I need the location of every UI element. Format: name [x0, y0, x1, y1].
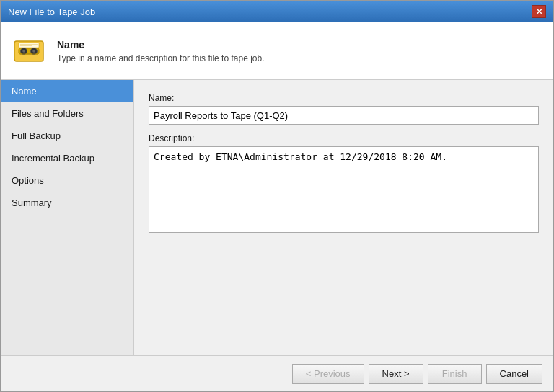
footer: < Previous Next > Finish Cancel	[1, 355, 553, 391]
sidebar-item-options[interactable]: Options	[1, 169, 133, 192]
svg-rect-7	[19, 43, 39, 48]
sidebar-item-name[interactable]: Name	[1, 80, 133, 102]
name-group: Name:	[149, 93, 539, 125]
tape-icon	[12, 34, 46, 68]
cancel-button[interactable]: Cancel	[486, 364, 542, 384]
previous-button[interactable]: < Previous	[292, 364, 364, 384]
main-window: New File to Tape Job ✕ Name Type in a na…	[0, 0, 554, 392]
header-title: Name	[57, 39, 265, 50]
header-text: Name Type in a name and description for …	[57, 39, 265, 63]
header-description: Type in a name and description for this …	[57, 53, 265, 63]
sidebar-item-incremental-backup[interactable]: Incremental Backup	[1, 147, 133, 169]
main-content: Name Files and Folders Full Backup Incre…	[1, 80, 553, 355]
next-button[interactable]: Next >	[369, 364, 423, 384]
svg-point-5	[32, 50, 35, 53]
name-input[interactable]	[149, 106, 539, 125]
description-group: Description:	[149, 133, 539, 233]
form-area: Name: Description:	[134, 80, 553, 355]
finish-button[interactable]: Finish	[428, 364, 482, 384]
svg-point-3	[22, 50, 25, 53]
sidebar-item-files-and-folders[interactable]: Files and Folders	[1, 102, 133, 125]
sidebar-item-summary[interactable]: Summary	[1, 192, 133, 214]
window-title: New File to Tape Job	[8, 6, 95, 17]
header-section: Name Type in a name and description for …	[1, 22, 553, 80]
close-button[interactable]: ✕	[532, 5, 546, 18]
title-bar: New File to Tape Job ✕	[1, 1, 553, 22]
sidebar-item-full-backup[interactable]: Full Backup	[1, 125, 133, 147]
sidebar: Name Files and Folders Full Backup Incre…	[1, 80, 134, 355]
description-textarea[interactable]	[149, 146, 539, 233]
description-label: Description:	[149, 133, 539, 143]
name-label: Name:	[149, 93, 539, 103]
